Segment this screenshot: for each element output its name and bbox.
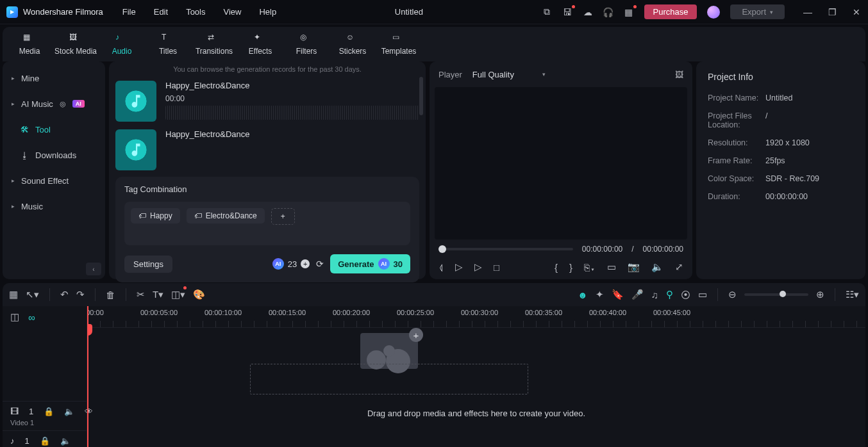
user-avatar[interactable]	[707, 6, 720, 19]
lock-icon[interactable]: 🔒	[44, 407, 54, 416]
refresh-icon[interactable]: ⟳	[316, 259, 324, 269]
tool-icon: 🛠	[21, 125, 29, 134]
tag-chip[interactable]: 🏷Electro&Dance	[187, 208, 265, 224]
sidebar-item-sound-effect[interactable]: ▸Sound Effect	[3, 168, 105, 193]
mark-out-icon[interactable]: }	[569, 262, 572, 273]
delete-icon[interactable]: 🗑	[106, 289, 115, 300]
fullscreen-icon[interactable]: ⤢	[675, 261, 683, 273]
mark-in-icon[interactable]: {	[555, 262, 558, 273]
tab-label: Effects	[249, 47, 272, 56]
tab-filters[interactable]: ◎Filters	[283, 27, 330, 61]
redo-icon[interactable]: ↷	[76, 289, 85, 300]
zoom-in-icon[interactable]: ⊕	[816, 289, 824, 300]
volume-icon[interactable]: 🔈	[651, 261, 664, 273]
sidebar-item-downloads[interactable]: ⭳Downloads	[3, 142, 105, 168]
cut-icon[interactable]: ✂	[137, 289, 145, 300]
mute-icon[interactable]: 🔈	[60, 436, 71, 446]
track-header-audio1[interactable]: ♪1 🔒 🔈 Audio 1	[3, 430, 87, 447]
tab-stickers[interactable]: ☺Stickers	[330, 27, 376, 61]
save-icon[interactable]: 🖫	[562, 7, 572, 17]
record-icon[interactable]: ⦿	[681, 289, 690, 300]
tag-chip[interactable]: 🏷Happy	[131, 208, 180, 224]
quality-dropdown[interactable]: Full Quality▾	[472, 70, 546, 79]
add-credits-button[interactable]: +	[301, 259, 310, 268]
export-button[interactable]: Export▾	[730, 4, 785, 19]
auto-beat-icon[interactable]: ⚲	[666, 289, 673, 300]
timeline-canvas[interactable]: 00:0000:00:05:0000:00:10:0000:00:15:0000…	[87, 306, 865, 447]
chevron-down-icon: ▾	[542, 71, 546, 77]
link-icon[interactable]: ∞	[28, 312, 35, 323]
window-close-icon[interactable]: ✕	[851, 7, 862, 17]
undo-icon[interactable]: ↶	[60, 289, 69, 300]
snapshot-icon[interactable]: 🖼	[675, 70, 683, 79]
tab-stock[interactable]: 🖼Stock Media	[53, 27, 99, 61]
play-icon[interactable]: ▷	[474, 261, 482, 273]
marker-icon[interactable]: 🔖	[612, 289, 624, 300]
subtitle-icon[interactable]: ▭	[698, 289, 707, 300]
menu-help[interactable]: Help	[259, 7, 276, 17]
audio-track-item[interactable]: Happy_Electro&Dance	[115, 126, 419, 174]
settings-button[interactable]: Settings	[124, 256, 172, 273]
layout-icon[interactable]: ▦	[9, 289, 18, 300]
apps-icon[interactable]: ▦	[624, 7, 634, 17]
ai-assist-icon[interactable]: ☻	[578, 289, 588, 300]
tag-combination-box: Tag Combination 🏷Happy🏷Electro&Dance + S…	[115, 177, 419, 282]
generate-button[interactable]: Generate AI 30	[330, 254, 410, 273]
timeline-ruler[interactable]: 00:0000:00:05:0000:00:10:0000:00:15:0000…	[87, 306, 865, 328]
add-media-button[interactable]: +	[409, 328, 423, 342]
camera-icon[interactable]: 📷	[628, 261, 640, 273]
tab-transitions[interactable]: ⇄Transitions	[191, 27, 237, 61]
zoom-out-icon[interactable]: ⊖	[728, 289, 737, 300]
zoom-slider[interactable]	[744, 293, 808, 296]
sidebar-item-ai-music[interactable]: ▸AI Music ◎ AI	[3, 91, 105, 117]
seek-bar[interactable]	[438, 248, 573, 250]
crop-dropdown-icon[interactable]: ⎘▾	[584, 262, 596, 273]
app-name: Wondershare Filmora	[23, 7, 103, 17]
window-maximize-icon[interactable]: ❐	[827, 7, 837, 17]
window-minimize-icon[interactable]: ―	[803, 7, 813, 17]
music-icon[interactable]: ♫	[651, 289, 658, 300]
track-header-video1[interactable]: 🎞1 🔒 🔈 👁 Video 1	[3, 401, 87, 430]
enhance-icon[interactable]: ✦	[596, 289, 604, 300]
cloud-icon[interactable]: ☁	[583, 7, 593, 17]
sidebar-item-tool[interactable]: 🛠Tool	[3, 117, 105, 142]
scrollbar[interactable]	[419, 77, 423, 115]
timeline-view-icon[interactable]: ◫	[10, 311, 19, 323]
track-options-icon[interactable]: ☷▾	[846, 289, 859, 300]
playhead[interactable]	[87, 306, 88, 447]
prev-frame-icon[interactable]: ⦉	[438, 262, 444, 273]
info-row: Duration:00:00:00:00	[708, 192, 854, 201]
text-icon[interactable]: T▾	[153, 289, 163, 300]
crop-icon[interactable]: ◫▾	[171, 289, 185, 300]
stop-icon[interactable]: □	[494, 262, 499, 273]
headphones-icon[interactable]: 🎧	[603, 7, 613, 17]
audio-track-item[interactable]: Happy_Electro&Dance00:00	[115, 77, 419, 126]
tab-media[interactable]: ▦Media	[6, 27, 53, 61]
tab-templates[interactable]: ▭Templates	[376, 27, 422, 61]
tab-effects[interactable]: ✦Effects	[237, 27, 283, 61]
purchase-button[interactable]: Purchase	[644, 4, 697, 19]
sidebar-item-label: Music	[21, 202, 43, 211]
ruler-mark: 00:00:25:00	[397, 309, 434, 316]
tab-titles[interactable]: TTitles	[145, 27, 191, 61]
collapse-sidebar-button[interactable]: ‹	[86, 263, 101, 275]
mute-icon[interactable]: 🔈	[64, 407, 74, 416]
voice-icon[interactable]: 🎤	[631, 289, 644, 300]
lock-icon[interactable]: 🔒	[40, 436, 50, 446]
pointer-icon[interactable]: ↖▾	[26, 289, 39, 300]
info-key: Resolution:	[708, 138, 765, 147]
device-icon[interactable]: ⧉	[542, 7, 552, 17]
menu-edit[interactable]: Edit	[154, 7, 168, 17]
menu-view[interactable]: View	[223, 7, 241, 17]
color-icon[interactable]: 🎨	[193, 289, 205, 300]
chevron-down-icon: ▾	[770, 9, 773, 15]
drop-zone[interactable]	[250, 364, 528, 394]
play-pause-icon[interactable]: ▷	[455, 261, 463, 273]
add-tag-button[interactable]: +	[271, 208, 295, 225]
display-icon[interactable]: ▭	[607, 261, 616, 273]
menu-tools[interactable]: Tools	[186, 7, 205, 17]
menu-file[interactable]: File	[122, 7, 136, 17]
sidebar-item-mine[interactable]: ▸Mine	[3, 65, 105, 91]
tab-audio[interactable]: ♪Audio	[99, 27, 145, 61]
sidebar-item-music[interactable]: ▸Music	[3, 193, 105, 219]
